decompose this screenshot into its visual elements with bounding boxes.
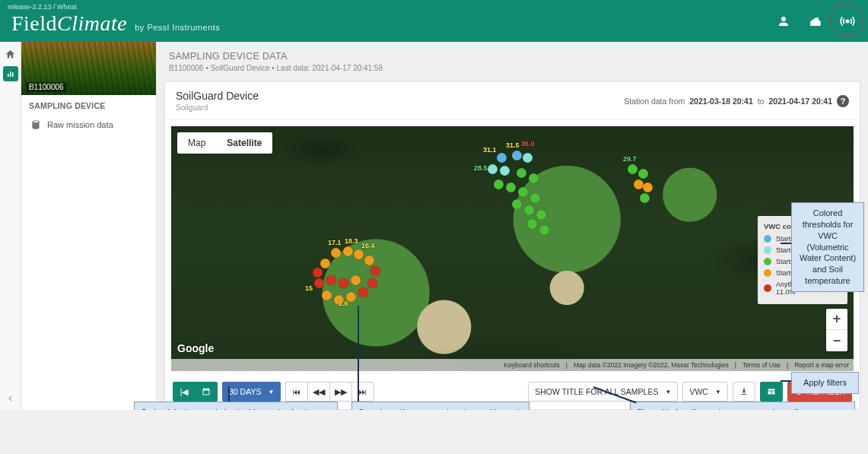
calendar-icon [202, 387, 211, 396]
download-button[interactable] [733, 382, 755, 402]
zoom-out-button[interactable]: − [826, 330, 847, 351]
breadcrumb: B1100006 • SoilGuard Device • Last data:… [169, 64, 856, 72]
sidebar-heading: SAMPLING DEVICE [21, 95, 156, 115]
table-button[interactable] [760, 382, 783, 402]
broadcast-icon[interactable] [838, 12, 857, 30]
svg-point-0 [846, 20, 848, 22]
nav-next-button[interactable]: ▶▶ [329, 382, 352, 402]
map-attribution: Keyboard shortcuts| Map data ©2022 Image… [171, 359, 854, 371]
param-dropdown[interactable]: VWC▼ [682, 382, 727, 402]
download-icon [739, 387, 749, 396]
legend-dot-icon [764, 269, 771, 277]
nav-prev-button[interactable]: ◀◀ [307, 382, 330, 402]
map-type-map[interactable]: Map [177, 132, 216, 154]
device-subtitle: Soilguard [176, 103, 259, 112]
annotation-show-title: Show title for all samples means to show… [630, 402, 855, 410]
device-name: SoilGuard Device [176, 90, 259, 102]
annotation-apply-filters: Apply filters [791, 372, 859, 394]
calendar-button[interactable] [195, 382, 218, 402]
date-range: Station data from 2021-03-18 20:41 to 20… [624, 95, 849, 107]
table-icon [767, 387, 776, 396]
farm-icon[interactable] [806, 12, 825, 30]
range-dropdown[interactable]: 30 DAYS▼ [222, 382, 281, 402]
nav-first-button[interactable]: ⏮ [285, 382, 308, 402]
brand-logo[interactable]: FieldClimate by Pessl Instruments [11, 11, 220, 36]
legend-dot-icon [764, 258, 771, 265]
show-title-dropdown[interactable]: SHOW TITLE FOR ALL SAMPLES▼ [528, 382, 678, 402]
legend-dot-icon [764, 284, 771, 292]
sidebar-item-label: Raw mission data [47, 120, 113, 129]
map-type-satellite[interactable]: Satellite [216, 132, 272, 154]
zoom-control: + − [826, 309, 847, 351]
map-type-switch: Map Satellite [177, 132, 272, 154]
device-card: SoilGuard Device Soilguard Station data … [164, 81, 860, 410]
zoom-in-button[interactable]: + [826, 309, 847, 330]
google-logo: Google [177, 342, 214, 354]
annotation-thresholds: Colored thresholds for VWC (Volumetric W… [791, 202, 864, 292]
legend-dot-icon [764, 235, 771, 243]
sidebar-item-raw-mission[interactable]: Raw mission data [21, 115, 156, 135]
nav-last-button[interactable]: ⏭ [351, 382, 374, 402]
annotation-history: Go back in time, and check old samples f… [134, 402, 338, 410]
help-icon[interactable]: ? [837, 95, 849, 107]
sidebar: B1100006 SAMPLING DEVICE Raw mission dat… [21, 42, 157, 410]
main-content: SAMPLING DEVICE DATA B1100006 • SoilGuar… [157, 42, 868, 410]
user-icon[interactable] [774, 12, 793, 30]
legend-dot-icon [764, 246, 771, 254]
station-thumbnail[interactable]: B1100006 [21, 42, 156, 95]
station-id-label: B1100006 [26, 82, 67, 92]
home-icon[interactable] [3, 46, 18, 62]
annotation-samples: Samples with exact geolocation and legen… [351, 402, 529, 410]
top-bar: release-2.2.13 / Wheat FieldClimate by P… [0, 0, 868, 42]
chart-icon[interactable] [3, 66, 18, 81]
skip-first-icon: |◀ [180, 387, 189, 396]
nav-rail: ‹ [0, 42, 21, 410]
collapse-rail-icon[interactable]: ‹ [8, 392, 12, 404]
page-title: SAMPLING DEVICE DATA [169, 51, 856, 62]
first-button[interactable]: |◀ [173, 382, 196, 402]
release-label: release-2.2.13 / Wheat [8, 3, 77, 11]
database-icon [30, 119, 41, 130]
map[interactable]: 31.1 31.5 36.0 28.5 29.7 [171, 126, 854, 371]
sample-markers: 31.1 31.5 36.0 28.5 29.7 [171, 126, 854, 371]
